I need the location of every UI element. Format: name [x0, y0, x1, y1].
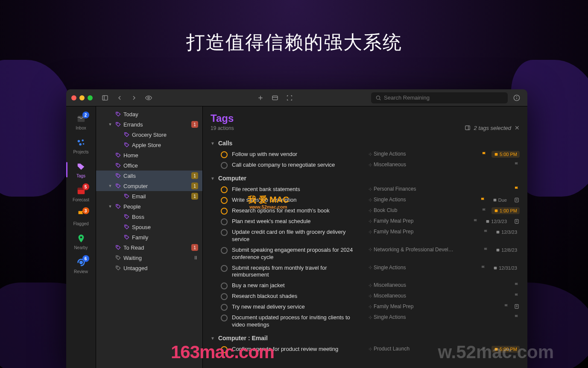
status-circle[interactable]	[221, 162, 228, 169]
info-icon[interactable]	[511, 92, 522, 103]
svg-point-11	[517, 97, 517, 97]
flag-icon[interactable]	[480, 265, 486, 271]
task-project: ⊹Family Meal Prep	[369, 229, 454, 235]
flag-icon[interactable]	[481, 208, 487, 214]
search-input[interactable]	[384, 94, 503, 101]
sidebar-toggle-icon[interactable]	[99, 92, 111, 103]
status-circle[interactable]	[221, 151, 228, 158]
flag-icon[interactable]	[503, 303, 509, 309]
rail-forecast[interactable]: 5Forecast	[68, 183, 94, 205]
svg-rect-36	[465, 126, 470, 130]
sidebar-tag-computer[interactable]: ▼Computer1	[96, 181, 202, 191]
status-circle[interactable]	[221, 265, 228, 272]
status-circle[interactable]	[221, 208, 228, 215]
sidebar-tag-email[interactable]: Email1	[96, 191, 202, 201]
rail-flagged[interactable]: 3Flagged	[68, 206, 94, 229]
task-meta	[458, 162, 520, 168]
task-row[interactable]: Plan next week's meal schedule⊹Family Me…	[203, 216, 527, 227]
sidebar-tag-errands[interactable]: ▼Errands1	[96, 119, 202, 130]
status-circle[interactable]	[221, 218, 228, 225]
flag-icon[interactable]	[481, 151, 487, 157]
sidebar-tag-waiting[interactable]: Waiting⏸	[96, 253, 202, 263]
group-header[interactable]: ▼Computer	[203, 171, 527, 184]
sidebar-tag-office[interactable]: Office	[96, 160, 202, 171]
flag-icon[interactable]	[514, 186, 520, 192]
focus-icon[interactable]	[284, 92, 295, 103]
svg-rect-50	[494, 267, 497, 269]
status-circle[interactable]	[221, 315, 228, 321]
sidebar-tag-calls[interactable]: Calls1	[96, 171, 202, 181]
tag-label: Spouse	[132, 224, 198, 230]
close-dot[interactable]	[71, 95, 76, 100]
rail-projects[interactable]: Projects	[68, 135, 94, 157]
task-row[interactable]: Update credit card on file with grocery …	[203, 227, 527, 245]
svg-point-18	[80, 236, 82, 238]
task-title: Try new meal delivery service	[232, 303, 364, 311]
rail-inbox[interactable]: 2Inbox	[68, 111, 94, 133]
sidebar-tag-home[interactable]: Home	[96, 150, 202, 160]
task-row[interactable]: Try new meal delivery service⊹Family Mea…	[203, 302, 527, 312]
status-circle[interactable]	[221, 293, 228, 300]
group-header[interactable]: ▼Calls	[203, 135, 527, 149]
sidebar-tag-untagged[interactable]: Untagged	[96, 263, 202, 273]
flag-icon[interactable]	[473, 218, 479, 224]
add-icon[interactable]	[255, 92, 266, 103]
task-project: ⊹Miscellaneous	[369, 282, 454, 288]
sidebar-tag-to-read[interactable]: To Read1	[96, 242, 202, 253]
task-row[interactable]: Research blackout shades⊹Miscellaneous	[203, 291, 527, 302]
status-circle[interactable]	[221, 247, 228, 254]
status-circle[interactable]	[221, 304, 228, 311]
quick-entry-icon[interactable]	[269, 92, 281, 103]
task-row[interactable]: Submit receipts from monthly travel for …	[203, 263, 527, 281]
status-circle[interactable]	[221, 229, 228, 236]
status-circle[interactable]	[221, 283, 228, 289]
task-row[interactable]: File recent bank statements⊹Personal Fin…	[203, 184, 527, 195]
zoom-dot[interactable]	[88, 95, 93, 100]
search-field[interactable]	[371, 92, 508, 103]
task-project: ⊹Single Actions	[369, 265, 454, 271]
forward-icon[interactable]	[129, 92, 140, 103]
rail-review[interactable]: 6Review	[68, 254, 94, 277]
svg-line-8	[379, 99, 380, 100]
task-row[interactable]: Call cable company to renegotiate servic…	[203, 160, 527, 171]
sidebar-tag-spouse[interactable]: Spouse	[96, 222, 202, 232]
clear-selection-icon[interactable]: ✕	[515, 124, 520, 131]
task-meta: 5:00 PM	[458, 151, 520, 158]
flag-icon[interactable]	[514, 162, 520, 168]
status-circle[interactable]	[221, 186, 228, 193]
flag-icon[interactable]	[514, 293, 520, 299]
tag-icon	[115, 244, 122, 251]
rail-nearby[interactable]: Nearby	[68, 230, 94, 253]
badge: 6	[82, 255, 89, 262]
sidebar-tag-people[interactable]: ▼People	[96, 201, 202, 212]
tag-label: Computer	[123, 183, 190, 189]
tag-icon	[115, 152, 122, 159]
task-row[interactable]: Follow up with new vendor⊹Single Actions…	[203, 149, 527, 160]
tag-icon	[115, 183, 122, 189]
minimize-dot[interactable]	[79, 95, 85, 100]
sidebar-tag-boss[interactable]: Boss	[96, 212, 202, 222]
flag-icon[interactable]	[483, 247, 489, 253]
sidebar-tag-today[interactable]: Today	[96, 109, 202, 119]
back-icon[interactable]	[114, 92, 125, 103]
flag-icon[interactable]	[514, 282, 520, 288]
rail-tags[interactable]: Tags	[68, 159, 94, 181]
status-circle[interactable]	[221, 197, 228, 204]
eye-icon[interactable]	[143, 92, 154, 103]
task-row[interactable]: Buy a new rain jacket⊹Miscellaneous	[203, 280, 527, 291]
flag-icon[interactable]	[483, 229, 489, 235]
task-meta	[458, 293, 520, 299]
flag-icon[interactable]	[514, 314, 520, 320]
tag-label: Today	[123, 111, 198, 118]
flagged-icon: 3	[76, 209, 87, 220]
tag-label: Untagged	[123, 265, 198, 271]
task-row[interactable]: Document updated process for inviting cl…	[203, 312, 527, 330]
sidebar-tag-grocery-store[interactable]: Grocery Store	[96, 130, 202, 140]
task-row[interactable]: Submit speaking engagement proposals for…	[203, 245, 527, 263]
sidebar-tag-family[interactable]: Family	[96, 232, 202, 242]
sidebar-tag-apple-store[interactable]: Apple Store	[96, 140, 202, 150]
svg-point-21	[117, 123, 117, 124]
flag-icon[interactable]	[480, 197, 486, 203]
svg-point-30	[126, 215, 126, 216]
watermark: 163mac.com	[171, 342, 274, 362]
